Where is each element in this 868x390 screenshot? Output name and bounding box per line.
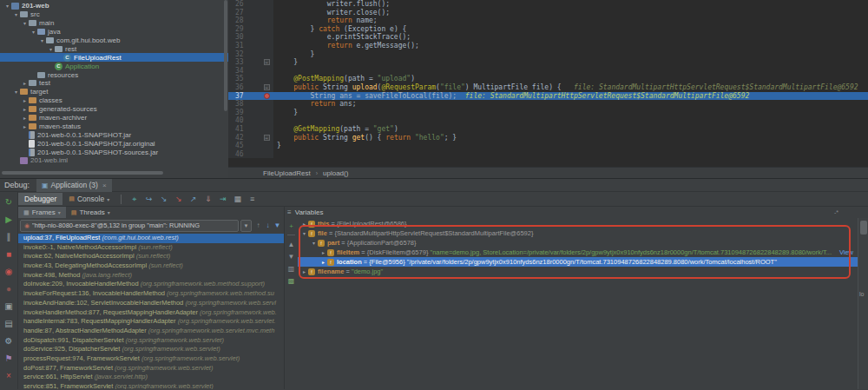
chevron-down-icon[interactable]: ▾ <box>30 29 37 35</box>
run-to-cursor-icon[interactable]: ⇥ <box>215 195 230 203</box>
tree-item[interactable]: 201-web.iml <box>0 156 228 165</box>
gutter-fold-column[interactable] <box>260 150 273 159</box>
line-number[interactable]: 32 <box>228 50 260 59</box>
gutter-fold-column[interactable] <box>260 17 273 25</box>
line-number[interactable]: 38 <box>228 100 260 109</box>
tree-item[interactable]: ▸classes <box>0 96 228 105</box>
line-number[interactable]: 29 <box>228 25 260 34</box>
chevron-right-icon[interactable]: ▸ <box>21 97 29 103</box>
gutter-fold-column[interactable]: − <box>260 58 273 67</box>
step-into-icon[interactable]: ↘ <box>156 195 171 203</box>
tree-item[interactable]: ▸maven-status <box>0 122 228 130</box>
tree-item[interactable]: ▸generated-sources <box>0 105 228 114</box>
tab-debugger[interactable]: Debugger <box>18 193 62 205</box>
code-line[interactable]: 33− } <box>228 58 868 67</box>
filter-frames-icon[interactable]: ▼ <box>273 221 282 229</box>
tree-item[interactable]: resources <box>0 70 228 79</box>
chevron-right-icon[interactable]: ▸ <box>300 221 308 227</box>
scrollbar-thumb[interactable] <box>860 221 867 235</box>
preview-icon[interactable]: ▩ <box>285 274 298 287</box>
gutter-fold-column[interactable] <box>260 67 273 76</box>
stack-frame-row[interactable]: invokeForRequest:136, InvocableHandlerMe… <box>18 289 284 299</box>
navigate-down-icon[interactable]: ▼ <box>285 250 298 262</box>
variable-row[interactable]: ▾fpart = {ApplicationPart@6578} <box>298 238 858 248</box>
code-line[interactable]: 27 writer.close(); <box>228 9 868 17</box>
chevron-down-icon[interactable]: ▾ <box>12 89 20 95</box>
stack-frame-row[interactable]: invoke:62, NativeMethodAccessorImpl (sun… <box>18 252 284 261</box>
tree-item[interactable]: ▾rest <box>0 44 228 53</box>
tree-item[interactable]: ▾src <box>0 10 228 19</box>
variable-row[interactable]: ▸flocation = {File@5956} "/private/var/f… <box>298 257 858 267</box>
chevron-right-icon[interactable]: ▸ <box>21 123 29 129</box>
force-step-into-icon[interactable]: ↘ <box>171 195 186 203</box>
step-over-icon[interactable]: ↪ <box>141 195 156 203</box>
stack-frame-row[interactable]: doInvoke:209, InvocableHandlerMethod (or… <box>18 280 284 289</box>
line-number[interactable]: 45 <box>228 142 260 150</box>
step-out-icon[interactable]: ↗ <box>186 195 201 203</box>
navigate-up-icon[interactable]: ▲ <box>285 238 298 250</box>
breadcrumb-class[interactable]: FileUploadRest <box>263 169 311 177</box>
code-line[interactable]: 38 return ans; <box>228 100 868 109</box>
tree-item[interactable]: CFileUploadRest <box>0 53 228 62</box>
variable-row[interactable]: ▸ffileItem = {DiskFileItem@6579} "name=d… <box>298 248 858 257</box>
tree-item[interactable]: ▾main <box>0 19 228 28</box>
stack-frame-row[interactable]: invokeAndHandle:102, ServletInvocableHan… <box>18 299 284 308</box>
tree-vertical-scrollbar[interactable] <box>224 0 227 111</box>
chevron-right-icon[interactable]: ▸ <box>300 268 308 274</box>
code-line[interactable]: 41 @GetMapping(path = "get") <box>228 125 868 134</box>
code-line[interactable]: 40 <box>228 116 868 125</box>
tree-item[interactable]: ▾target <box>0 88 228 96</box>
chevron-right-icon[interactable]: ▸ <box>319 249 327 255</box>
chevron-down-icon[interactable]: ▾ <box>47 46 55 52</box>
fold-icon[interactable]: − <box>264 59 270 65</box>
gutter-fold-column[interactable] <box>260 125 273 134</box>
debug-session-tab[interactable]: ▣ Application (3) × <box>36 179 112 192</box>
view-value-link[interactable]: View <box>839 248 853 256</box>
thread-dropdown[interactable]: ◉ "http-nio-8080-exec-8"@5,132 in group … <box>20 220 239 232</box>
stack-frame-row[interactable]: doService:925, DispatcherServlet (org.sp… <box>18 345 284 354</box>
line-number[interactable]: 46 <box>228 150 260 159</box>
chevron-down-icon[interactable]: ▾ <box>310 240 318 246</box>
line-number[interactable]: 31 <box>228 42 260 50</box>
stack-frame-row[interactable]: service:661, HttpServlet (javax.servlet.… <box>18 373 284 382</box>
gutter-fold-column[interactable] <box>260 75 273 83</box>
tab-console[interactable]: ▤ Console ▾ <box>62 193 115 205</box>
stack-frame-row[interactable]: handle:87, AbstractHandlerMethodAdapter … <box>18 327 284 336</box>
gutter-fold-column[interactable] <box>260 142 273 150</box>
code-line[interactable]: 26 writer.flush(); <box>228 0 868 9</box>
layout-settings-icon[interactable]: ≡ <box>245 195 260 203</box>
variable-row[interactable]: ▾ffile = {StandardMultipartHttpServletRe… <box>298 228 858 238</box>
line-number[interactable]: 42 <box>228 134 260 142</box>
stack-frame-row[interactable]: doPost:877, FrameworkServlet (org.spring… <box>18 364 284 373</box>
frame-down-icon[interactable]: ↓ <box>263 221 273 229</box>
show-execution-point-icon[interactable]: ⌖ <box>127 195 141 204</box>
copy-value-icon[interactable]: ▥ <box>285 262 298 274</box>
tab-frames[interactable]: ▦ Frames ▾ <box>18 207 66 218</box>
stack-frame-row[interactable]: service:851, FrameworkServlet (org.sprin… <box>18 382 284 389</box>
code-line[interactable]: 29 } catch (Exception e) { <box>228 25 868 34</box>
frames-list[interactable]: upload:37, FileUploadRest (com.git.hui.b… <box>18 233 284 389</box>
tree-item[interactable]: 201-web-0.0.1-SNAPSHOT.jar <box>0 130 228 139</box>
resume-icon[interactable]: ▶ <box>0 210 18 228</box>
tree-item[interactable]: ▸test <box>0 79 228 88</box>
stack-frame-row[interactable]: invokeHandlerMethod:877, RequestMappingH… <box>18 308 284 318</box>
gutter-fold-column[interactable]: − <box>260 134 273 142</box>
variable-row[interactable]: ▸fthis = {FileUploadRest@6586} <box>298 219 858 228</box>
line-number[interactable]: 39 <box>228 109 260 117</box>
line-number[interactable]: 27 <box>228 9 260 17</box>
chevron-right-icon[interactable]: ▸ <box>319 259 327 265</box>
view-breakpoints-icon[interactable]: ◉ <box>0 262 18 280</box>
gutter-fold-column[interactable]: − <box>260 83 273 92</box>
variable-row[interactable]: ▸ffilename = "demo.jpg" <box>298 267 858 276</box>
rerun-icon[interactable]: ↻ <box>0 193 18 210</box>
breadcrumb-method[interactable]: upload() <box>323 169 348 177</box>
breakpoint-gutter[interactable] <box>260 92 273 101</box>
tree-item[interactable]: ▾201-web <box>0 2 228 10</box>
code-line[interactable]: 37 String ans = saveFileToLocal(file); f… <box>228 92 868 101</box>
gutter-fold-column[interactable] <box>260 42 273 50</box>
thread-dropdown-arrow[interactable]: ▼ <box>240 220 252 232</box>
variables-scrollbar-strip[interactable]: lo <box>858 218 868 389</box>
code-line[interactable]: 32 } <box>228 50 868 59</box>
line-number[interactable]: 33 <box>228 58 260 67</box>
add-watch-icon[interactable]: + <box>285 220 298 232</box>
